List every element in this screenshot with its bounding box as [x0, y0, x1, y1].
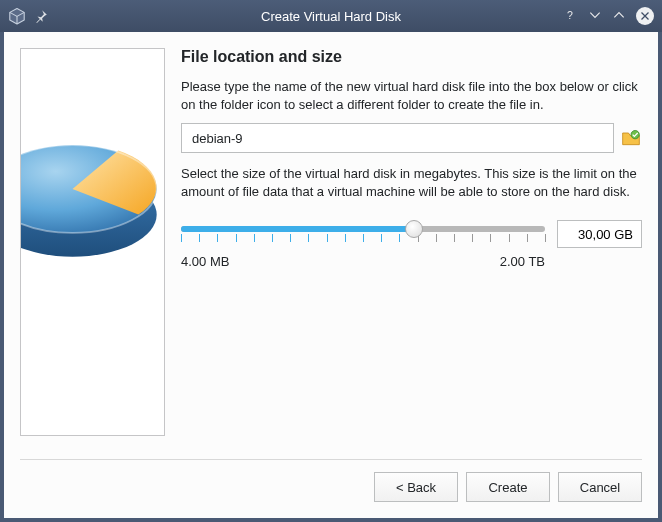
help-icon[interactable]: ?: [564, 8, 578, 25]
size-input[interactable]: [557, 220, 642, 248]
pin-icon[interactable]: [34, 9, 48, 23]
file-description: Please type the name of the new virtual …: [181, 78, 642, 113]
close-icon[interactable]: [636, 7, 654, 25]
size-slider[interactable]: [181, 222, 545, 246]
titlebar: Create Virtual Hard Disk ?: [0, 0, 662, 32]
svg-text:?: ?: [567, 8, 573, 20]
browse-folder-button[interactable]: [620, 127, 642, 149]
cancel-button[interactable]: Cancel: [558, 472, 642, 502]
window-title: Create Virtual Hard Disk: [0, 9, 662, 24]
footer-separator: [20, 459, 642, 460]
size-max-label: 2.00 TB: [500, 254, 545, 269]
minimize-icon[interactable]: [588, 8, 602, 25]
wizard-illustration: [20, 48, 165, 436]
file-location-input[interactable]: [181, 123, 614, 153]
size-min-label: 4.00 MB: [181, 254, 229, 269]
size-description: Select the size of the virtual hard disk…: [181, 165, 642, 200]
maximize-icon[interactable]: [612, 8, 626, 25]
create-button[interactable]: Create: [466, 472, 550, 502]
back-button[interactable]: < Back: [374, 472, 458, 502]
page-title: File location and size: [181, 48, 642, 66]
app-icon: [8, 7, 26, 25]
